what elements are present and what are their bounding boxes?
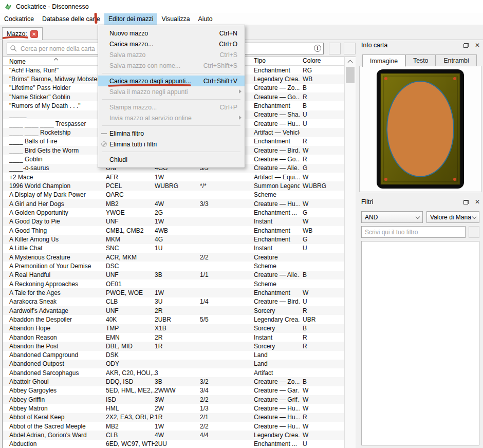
tab-close-icon[interactable]: ✕: [30, 30, 38, 38]
table-cell: Instant: [251, 218, 300, 225]
table-cell: WB: [300, 227, 344, 234]
menu-item-salva-il-mazzo-negli-appunti[interactable]: Salva il mazzo negli appunti: [98, 86, 245, 97]
table-row[interactable]: Abbot of the Sacred MeepleMB21W2/2Creatu…: [3, 422, 344, 431]
table-row[interactable]: Abbot of Keral Keep2X2, EA3, ORI, P...1R…: [3, 413, 344, 422]
filter-logic-select[interactable]: AND: [361, 211, 423, 223]
table-cell: R: [300, 334, 344, 341]
table-row[interactable]: Abaddon the Despoiler40K2UBR5/5Legendary…: [3, 315, 344, 324]
info-circle-icon[interactable]: i: [314, 45, 321, 52]
float-icon[interactable]: [463, 43, 469, 48]
tab-mazzo[interactable]: Mazzo: ✕: [2, 27, 43, 40]
table-row[interactable]: 1996 World ChampionPCELWUBRG*/*Summon Le…: [3, 181, 344, 190]
table-row[interactable]: A Golden OpportunityYWOE2GEnchantment ..…: [3, 208, 344, 217]
table-cell: W: [300, 147, 344, 154]
table-cell: Abandoned Sarcophagus: [3, 369, 106, 377]
table-row[interactable]: Abdel Adrian, Gorion's WardCLB4W4/4Legen…: [3, 431, 344, 439]
table-row[interactable]: Abbey MatronHML2W1/3Creature — Hu...W: [3, 404, 344, 413]
float-icon[interactable]: [463, 200, 469, 204]
table-row[interactable]: Abandon ReasonEMN2RInstantR: [3, 333, 344, 342]
menubar-item-editor-dei-mazzi[interactable]: Editor dei mazzi: [104, 13, 157, 25]
table-row[interactable]: A Real HandfulUNF3B1/1Creature — Alie...…: [3, 271, 344, 279]
menubar-item-aiuto[interactable]: Aiuto: [194, 13, 217, 25]
table-row[interactable]: Abduction6ED, WC97, WTH2UUEnchantment ..…: [3, 440, 344, 448]
table-cell: Abduction: [3, 440, 106, 447]
table-cell: PWOE, WOE: [106, 289, 155, 296]
menubar-item-visualizza[interactable]: Visualizza: [157, 13, 194, 25]
table-row[interactable]: Abandoned OutpostODYLand: [3, 360, 344, 368]
table-cell: W: [300, 423, 344, 430]
table-row[interactable]: Abattoir GhoulDDQ, ISD3B3/2Creature — Zo…: [3, 377, 344, 386]
table-row[interactable]: A Premonition of Your DemiseDSCScheme: [3, 262, 344, 270]
menu-item-label: Salva mazzo con nome...: [109, 62, 203, 69]
table-cell: Abdel Adrian, Gorion's Ward: [3, 432, 106, 439]
scroll-up-icon[interactable]: [345, 57, 356, 66]
tab-testo[interactable]: Testo: [405, 54, 436, 66]
table-scrollbar[interactable]: [344, 57, 356, 448]
table-cell: Creature — Hu...: [251, 414, 300, 421]
card-info-tabs: Immagine Testo Entrambi: [362, 54, 477, 66]
menu-item-shortcut: Ctrl+P: [219, 104, 237, 111]
table-cell: W: [300, 432, 344, 439]
menu-item-elimina-filtro[interactable]: Elimina filtro: [98, 128, 245, 139]
table-row[interactable]: A Tale for the AgesPWOE, WOE1WEnchantmen…: [3, 288, 344, 297]
table-cell: A Girl and Her Dogs: [3, 200, 106, 208]
table-row[interactable]: A Good ThingCMB1, CMB24WBEnchantmentWB: [3, 226, 344, 235]
tab-immagine[interactable]: Immagine: [362, 54, 405, 67]
table-row[interactable]: +2 MaceAFR1WArtifact — Equi...W: [3, 173, 344, 181]
table-cell: */*: [200, 182, 251, 190]
table-row[interactable]: Abandon HopeTMPX1BSorceryB: [3, 324, 344, 333]
close-icon[interactable]: ✕: [475, 199, 480, 205]
table-row[interactable]: Aardwolf's AdvantageUNF2RSorceryR: [3, 306, 344, 315]
add-to-sideboard-button[interactable]: [344, 43, 356, 54]
menu-item-salva-mazzo-con-nome[interactable]: Salva mazzo con nome...Ctrl+Shift+S: [98, 60, 245, 71]
column-header-tipo[interactable]: Tipo: [251, 57, 300, 65]
table-row[interactable]: Aarakocra SneakCLB3U1/4Creature — Bird..…: [3, 297, 344, 306]
menubar-item-database-delle-carte[interactable]: Database delle carte: [38, 13, 104, 25]
filter-list[interactable]: [361, 241, 479, 445]
table-cell: 1W: [155, 218, 200, 225]
tab-entrambi[interactable]: Entrambi: [436, 54, 476, 66]
filter-field-select[interactable]: Valore di Mana: [426, 211, 479, 223]
menu-item-salva-mazzo[interactable]: Salva mazzoCtrl+S: [98, 49, 245, 60]
table-cell: 3/3: [200, 200, 251, 208]
table-row[interactable]: Abbey GriffinISD3W2/2Creature — Grif...W: [3, 395, 344, 404]
menu-item-stampa-mazzo[interactable]: Stampa mazzo...Ctrl+P: [98, 102, 245, 113]
menu-item-elimina-tutti-i-filtri[interactable]: Elimina tutti i filtri: [98, 139, 245, 150]
table-row[interactable]: Abandoned CampgroundDSKLand: [3, 351, 344, 360]
table-row[interactable]: Abandon the PostDBL, MID1RSorceryR: [3, 342, 344, 350]
table-cell: Creature — Go...: [251, 156, 300, 163]
column-header-colore[interactable]: Colore: [300, 57, 344, 65]
filter-input[interactable]: [361, 226, 466, 238]
menubar-item-cockatrice[interactable]: Cockatrice: [0, 13, 38, 25]
table-cell: CLB: [106, 432, 155, 439]
table-cell: 2/2: [200, 396, 251, 403]
column-header-nome[interactable]: Nome: [3, 57, 106, 65]
table-row[interactable]: A Mysterious CreatureACR, MKM2/2Creature: [3, 253, 344, 262]
table-row[interactable]: Abandoned SarcophagusAKR, C20, HOU,...3A…: [3, 368, 344, 377]
menu-item-invia-mazzo-al-servizio-online[interactable]: Invia mazzo al servizio online: [98, 113, 245, 123]
table-cell: W: [300, 405, 344, 412]
menu-item-carica-mazzo-dagli-appunti[interactable]: Carica mazzo dagli appunti...Ctrl+Shift+…: [98, 76, 245, 86]
table-cell: 40K: [106, 316, 155, 323]
table-row[interactable]: Abbey Gargoyles5ED, HML, ME2,...2WWW3/4C…: [3, 386, 344, 395]
menu-item-label: Elimina filtro: [109, 130, 237, 137]
table-row[interactable]: A Good Day to PieUNF1WInstantW: [3, 217, 344, 226]
scrollbar-thumb[interactable]: [346, 67, 355, 83]
table-cell: DSK: [106, 351, 155, 359]
table-row[interactable]: A Girl and Her DogsMB24W3/3Creature — Hu…: [3, 199, 344, 208]
table-row[interactable]: A Little ChatSNC1UInstantU: [3, 244, 344, 253]
menu-item-carica-mazzo[interactable]: Carica mazzo...Ctrl+O: [98, 39, 245, 49]
table-cell: Land: [251, 351, 300, 359]
close-icon[interactable]: ✕: [475, 42, 480, 48]
table-cell: Abbot of Keral Keep: [3, 414, 106, 421]
table-row[interactable]: A Killer Among UsMKM4GEnchantmentG: [3, 235, 344, 244]
menu-item-chiudi[interactable]: Chiudi: [98, 154, 245, 165]
table-row[interactable]: A Reckoning ApproachesOE01Scheme: [3, 279, 344, 288]
add-to-deck-button[interactable]: [329, 43, 341, 54]
table-cell: Enchantment ...: [251, 440, 300, 447]
table-cell: 1W: [155, 423, 200, 430]
menu-item-nuovo-mazzo[interactable]: Nuovo mazzoCtrl+N: [98, 28, 245, 39]
filter-add-button[interactable]: [469, 226, 479, 238]
table-row[interactable]: A Display of My Dark PowerOARCScheme: [3, 191, 344, 199]
table-cell: ____ Balls of Fire: [3, 138, 106, 145]
